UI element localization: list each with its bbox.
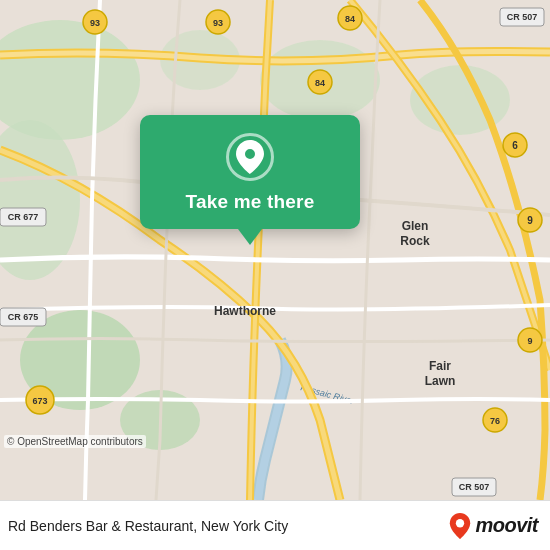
moovit-logo: moovit <box>449 513 538 539</box>
svg-text:CR 507: CR 507 <box>459 482 490 492</box>
svg-text:Fair: Fair <box>429 359 451 373</box>
svg-text:93: 93 <box>90 18 100 28</box>
svg-text:9: 9 <box>527 215 533 226</box>
osm-credit: © OpenStreetMap contributors <box>4 435 146 448</box>
footer-location-text: Rd Benders Bar & Restaurant, New York Ci… <box>8 518 288 534</box>
pin-icon-wrap <box>226 133 274 181</box>
map-svg: Passaic River 93 93 <box>0 0 550 500</box>
svg-text:6: 6 <box>512 140 518 151</box>
svg-text:673: 673 <box>32 396 47 406</box>
svg-text:Glen: Glen <box>402 219 429 233</box>
svg-text:93: 93 <box>213 18 223 28</box>
take-me-there-button[interactable]: Take me there <box>186 191 315 213</box>
svg-text:CR 507: CR 507 <box>507 12 538 22</box>
svg-text:Lawn: Lawn <box>425 374 456 388</box>
map-container: Passaic River 93 93 <box>0 0 550 500</box>
location-pin-icon <box>236 140 264 174</box>
svg-text:Hawthorne: Hawthorne <box>214 304 276 318</box>
moovit-label: moovit <box>475 514 538 537</box>
svg-text:CR 677: CR 677 <box>8 212 39 222</box>
svg-point-40 <box>456 519 464 527</box>
svg-text:Rock: Rock <box>400 234 430 248</box>
moovit-pin-icon <box>449 513 471 539</box>
footer-bar: Rd Benders Bar & Restaurant, New York Ci… <box>0 500 550 550</box>
svg-text:84: 84 <box>315 78 325 88</box>
popup-card: Take me there <box>140 115 360 229</box>
svg-text:CR 675: CR 675 <box>8 312 39 322</box>
svg-text:76: 76 <box>490 416 500 426</box>
svg-text:84: 84 <box>345 14 355 24</box>
svg-text:9: 9 <box>527 336 532 346</box>
